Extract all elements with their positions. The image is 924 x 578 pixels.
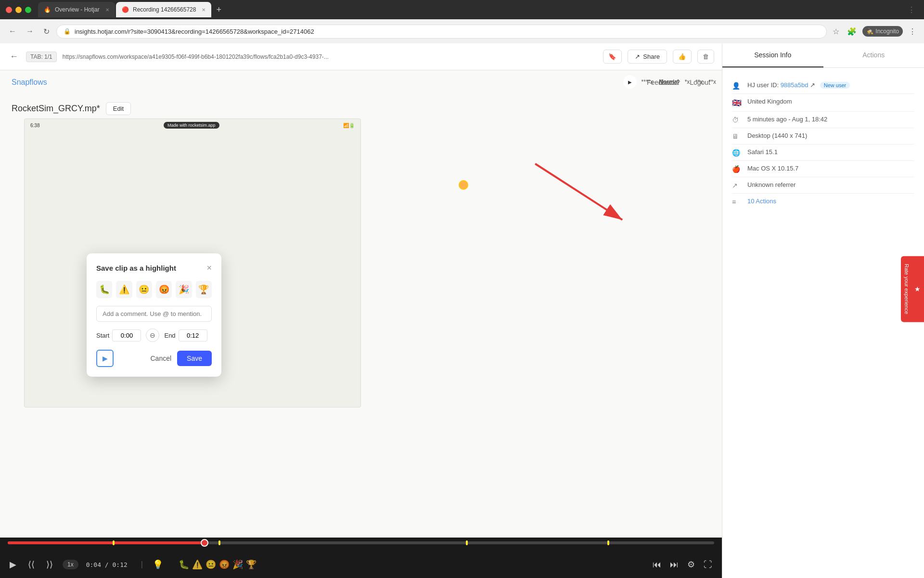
chrome-more-btn[interactable]: ⋮ xyxy=(907,25,918,38)
mini-play-btn[interactable]: ▶ xyxy=(623,75,637,89)
user-id-value[interactable]: 9885a5bd xyxy=(781,81,808,89)
progress-marker-2 xyxy=(218,540,220,545)
emoji-bug-btn[interactable]: 🐛 xyxy=(96,281,112,298)
browser-titlebar: 🔥 Overview - Hotjar ✕ 🔴 Recording 142665… xyxy=(0,0,924,19)
window-controls xyxy=(6,7,31,13)
user-id-text: HJ user ID: 9885a5bd ↗ New user xyxy=(747,81,914,89)
emoji-celebrate-btn[interactable]: 🎉 xyxy=(176,281,192,298)
share-label: Share xyxy=(643,53,660,60)
bottom-emoji-celebrate[interactable]: 🎉 xyxy=(232,559,243,570)
highlight-btn[interactable]: 💡 xyxy=(151,557,165,572)
bottom-emoji-angry[interactable]: 😡 xyxy=(219,559,230,570)
tab2-close-icon[interactable]: ✕ xyxy=(202,7,205,13)
reload-btn[interactable]: ↻ xyxy=(40,25,52,38)
speed-3x[interactable]: **x xyxy=(708,78,717,86)
tab1-title: Overview - Hotjar xyxy=(55,6,100,13)
time-separator-btn[interactable]: ⊖ xyxy=(146,328,159,342)
end-time-field: End xyxy=(164,329,207,342)
tab-recording[interactable]: 🔴 Recording 14266565728 ✕ xyxy=(116,2,211,17)
session-user-id-row: 👤 HJ user ID: 9885a5bd ↗ New user xyxy=(732,78,914,94)
extensions-btn[interactable]: 🧩 xyxy=(845,25,859,38)
bottom-emoji-warning[interactable]: ⚠️ xyxy=(192,559,203,570)
maximize-window-btn[interactable] xyxy=(25,7,31,13)
speed-control-btn[interactable]: 1x xyxy=(63,560,78,569)
new-user-badge: New user xyxy=(820,82,850,89)
address-bar[interactable]: 🔒 insights.hotjar.com/r?site=3090413&rec… xyxy=(56,25,827,39)
dialog-close-btn[interactable]: × xyxy=(206,263,212,273)
browser-frame: 🔥 Overview - Hotjar ✕ 🔴 Recording 142665… xyxy=(0,0,924,43)
thumbs-up-btn[interactable]: 👍 xyxy=(673,50,692,64)
back-btn[interactable]: ← xyxy=(8,50,20,64)
back-nav-btn[interactable]: ← xyxy=(6,25,19,38)
tab-overview-hotjar[interactable]: 🔥 Overview - Hotjar ✕ xyxy=(38,2,115,17)
speed-1x[interactable]: *x xyxy=(684,78,691,86)
rate-star-icon: ★ xyxy=(913,285,921,293)
bookmark-btn[interactable]: ☆ xyxy=(831,25,841,38)
total-time: 0:12 xyxy=(112,561,127,568)
tab-actions[interactable]: Actions xyxy=(823,43,924,67)
speed-2x[interactable]: **x xyxy=(694,78,704,86)
desktop-icon: 🖥 xyxy=(732,132,742,140)
mobile-status-bar: 6:38 Made with rocketsim.app 📶🔋 xyxy=(25,119,360,131)
apple-icon: 🍎 xyxy=(732,165,742,173)
delete-btn[interactable]: 🗑 xyxy=(697,50,714,64)
minimize-window-btn[interactable] xyxy=(15,7,22,13)
play-pause-btn[interactable]: ▶ xyxy=(8,557,18,572)
os-text: Mac OS X 10.15.7 xyxy=(747,165,914,172)
tab1-close-icon[interactable]: ✕ xyxy=(105,7,109,13)
emoji-warning-btn[interactable]: ⚠️ xyxy=(116,281,132,298)
chrome-menu-btn[interactable]: ⋮ xyxy=(905,3,918,16)
country-text: United Kingdom xyxy=(747,98,914,105)
sidebar-content: 👤 HJ user ID: 9885a5bd ↗ New user 🇬🇧 Uni… xyxy=(722,68,924,578)
start-time-input[interactable] xyxy=(112,329,141,342)
device-text: Desktop (1440 x 741) xyxy=(747,132,914,139)
tab2-favicon: 🔴 xyxy=(122,6,129,13)
comment-input[interactable] xyxy=(96,306,212,322)
progress-marker-1 xyxy=(113,540,115,545)
time-text: 5 minutes ago - Aug 1, 18:42 xyxy=(747,116,914,123)
emoji-neutral-btn[interactable]: 😐 xyxy=(136,281,152,298)
bottom-emoji-trophy[interactable]: 🏆 xyxy=(246,559,257,570)
speed-normal[interactable]: Normal xyxy=(658,78,680,86)
tab-session-info[interactable]: Session Info xyxy=(722,43,823,67)
incognito-icon: 🕵 xyxy=(866,28,873,35)
skip-forward-btn[interactable]: ⟩⟩ xyxy=(44,557,55,572)
emoji-angry-btn[interactable]: 😡 xyxy=(156,281,172,298)
actions-link[interactable]: 10 Actions xyxy=(747,197,776,205)
bottom-emoji-bug[interactable]: 🐛 xyxy=(179,559,189,570)
fullscreen-btn[interactable]: ⛶ xyxy=(702,558,714,572)
new-tab-btn[interactable]: + xyxy=(212,3,225,17)
edit-file-btn[interactable]: Edit xyxy=(106,102,131,115)
settings-btn[interactable]: ⚙ xyxy=(685,557,697,572)
user-id-label: HJ user ID: xyxy=(747,81,779,89)
emoji-trophy-btn[interactable]: 🏆 xyxy=(196,281,212,298)
address-text: insights.hotjar.com/r?site=3090413&recor… xyxy=(75,28,314,35)
snapflows-logo: Snapflows xyxy=(12,78,47,87)
bottom-emoji-neutral[interactable]: 😐 xyxy=(205,559,216,570)
progress-marker-3 xyxy=(466,540,468,545)
close-window-btn[interactable] xyxy=(6,7,12,13)
session-referrer-row: ↗ Unknown referrer xyxy=(732,177,914,194)
forward-nav-btn[interactable]: → xyxy=(23,25,37,38)
browser-icon: 🌐 xyxy=(732,149,742,157)
video-right-overlay: ▶ ****x Normal *x **x **x xyxy=(623,75,717,89)
recording-url: https://snapflows.com/workspace/a41e9305… xyxy=(63,53,598,60)
time-range-row: Start ⊖ End xyxy=(96,328,212,342)
play-preview-btn[interactable]: ▶ xyxy=(96,350,114,367)
browser-text: Safari 15.1 xyxy=(747,148,914,156)
skip-back-btn[interactable]: ⟨⟨ xyxy=(26,557,37,572)
next-session-btn[interactable]: ⏭ xyxy=(668,558,680,572)
speed-stars: ****x xyxy=(641,78,654,86)
prev-session-btn[interactable]: ⏮ xyxy=(651,558,663,572)
rate-experience-label: Rate your experience xyxy=(904,264,910,315)
share-btn[interactable]: ↗ Share xyxy=(628,50,667,64)
end-time-input[interactable] xyxy=(179,329,207,342)
save-highlight-btn[interactable]: Save xyxy=(177,351,212,366)
progress-bar[interactable] xyxy=(8,541,714,544)
current-time: 0:04 xyxy=(86,561,101,568)
cancel-btn[interactable]: Cancel xyxy=(150,355,171,362)
time-separator2: - xyxy=(788,116,792,123)
rate-experience-btn[interactable]: ★ Rate your experience xyxy=(901,256,924,322)
incognito-label: Incognito xyxy=(875,28,899,35)
bookmark-recording-btn[interactable]: 🔖 xyxy=(603,50,622,64)
